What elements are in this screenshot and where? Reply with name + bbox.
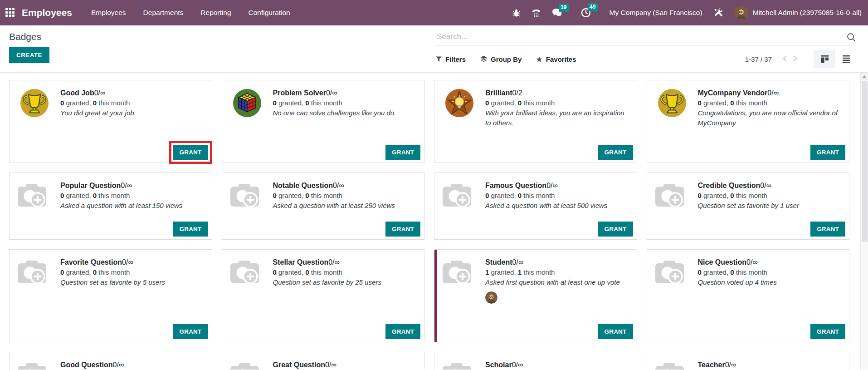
kanban-content: Good Job0/∞ 0 granted, 0 this month You … [0,73,868,370]
badge-granted-stats: 0 granted, 0 this month [698,191,842,201]
badge-limit: 0/∞ [328,258,340,266]
grant-button[interactable]: GRANT [810,222,845,237]
grant-button[interactable]: GRANT [385,222,420,237]
trophy-badge-icon [17,86,52,157]
camera-badge-icon [229,178,265,234]
badge-granted-stats: 0 granted, 0 this month [60,267,205,277]
badge-description: Question voted up 4 times [698,277,842,287]
grant-button[interactable]: GRANT [598,324,633,339]
tools-wrench-icon[interactable] [713,8,723,18]
badge-limit: 0/∞ [760,182,771,189]
search-icon[interactable] [847,33,856,44]
badge-card[interactable]: Scholar0/∞ [434,352,637,370]
grant-button[interactable]: GRANT [173,324,208,339]
badge-title: Famous Question [485,182,546,189]
badge-card[interactable]: Nice Question0/∞ 0 granted, 0 this month… [647,249,850,342]
badge-card[interactable]: Favorite Question0/∞ 0 granted, 0 this m… [9,249,212,342]
badge-card[interactable]: Great Question0/∞ [222,352,425,370]
camera-badge-icon [17,178,52,234]
badge-card[interactable]: Stellar Question0/∞ 0 granted, 0 this mo… [222,249,425,342]
badge-description: Question set as favorite by 1 user [698,201,842,211]
user-avatar[interactable] [734,6,748,20]
cube-badge-icon [229,86,265,157]
badge-description: Asked a question with at least 150 views [60,201,205,211]
badge-card[interactable]: Teacher0/∞ [647,352,850,370]
debug-bug-icon[interactable] [512,9,521,17]
badge-description: You did great at your job. [60,108,205,118]
camera-badge-icon [17,358,52,370]
menu-departments[interactable]: Departments [143,9,184,17]
company-switcher[interactable]: My Company (San Francisco) [610,9,702,17]
badge-granted-stats: 0 granted, 0 this month [60,191,205,201]
badge-title: Notable Question [273,182,333,189]
badge-card[interactable]: Credible Question0/∞ 0 granted, 0 this m… [647,173,850,240]
badge-card[interactable]: Good Job0/∞ 0 granted, 0 this month You … [9,80,212,163]
badge-limit: 0/∞ [767,89,779,97]
camera-badge-icon [442,255,477,336]
grant-button[interactable]: GRANT [173,145,208,160]
scrollbar-thumb[interactable] [862,81,868,242]
systray: 19 49 My Company (San Francisco) Mitchel… [512,6,862,20]
badge-card[interactable]: Brilliant0/2 0 granted, 0 this month Wit… [434,80,637,163]
badge-card[interactable]: Student0/∞ 1 granted, 1 this month Asked… [434,249,637,342]
search-facets: Filters Group By ★ Favorites [436,55,576,63]
badge-description: Asked a question with at least 500 views [485,201,629,211]
badge-description: Asked a question with at least 250 views [273,201,417,211]
badge-card[interactable]: Famous Question0/∞ 0 granted, 0 this mon… [434,173,637,240]
grant-button[interactable]: GRANT [385,145,420,160]
grant-button[interactable]: GRANT [385,324,420,339]
badge-card[interactable]: Notable Question0/∞ 0 granted, 0 this mo… [222,173,425,240]
badge-granted-stats: 0 granted, 0 this month [698,267,842,277]
activities-clock-icon[interactable]: 49 [581,8,591,18]
badge-card[interactable]: Problem Solver0/∞ 0 granted, 0 this mont… [222,80,425,163]
badge-granted-stats: 0 granted, 0 this month [698,98,842,108]
badge-limit: 0/∞ [325,361,336,369]
group-by-button[interactable]: Group By [480,55,522,63]
favorites-button[interactable]: ★ Favorites [536,55,576,63]
granted-user-avatar[interactable] [485,291,497,304]
filters-button[interactable]: Filters [436,55,466,63]
kanban-view-button[interactable] [814,50,835,68]
vertical-scrollbar[interactable] [860,73,868,370]
trophy-badge-icon [654,86,690,157]
grant-button[interactable]: GRANT [810,145,845,160]
grant-button[interactable]: GRANT [598,222,633,237]
grant-button[interactable]: GRANT [173,222,208,237]
badge-description: Congratulations, you are now official ve… [698,108,842,128]
badge-title: Student [485,258,512,266]
pager-next-button[interactable] [790,54,800,64]
badge-granted-stats: 0 granted, 0 this month [485,98,629,108]
app-name[interactable]: Employees [22,7,72,18]
badge-granted-stats: 0 granted, 0 this month [273,98,417,108]
badge-title: Stellar Question [273,258,329,266]
search-input[interactable] [436,30,857,44]
pager-previous-button[interactable] [780,54,790,64]
badge-granted-stats: 0 granted, 0 this month [273,191,417,201]
filter-funnel-icon [436,56,442,62]
list-view-icon [843,55,850,63]
menu-employees[interactable]: Employees [91,9,126,17]
badge-card[interactable]: Popular Question0/∞ 0 granted, 0 this mo… [9,173,212,240]
user-menu[interactable]: Mitchell Admin (23975085-16-0-all) [753,9,862,17]
apps-grid-icon[interactable] [5,8,15,18]
badge-title: Brilliant [485,89,512,97]
camera-badge-icon [442,178,477,234]
badge-card[interactable]: MyCompany Vendor0/∞ 0 granted, 0 this mo… [647,80,850,163]
pager-range: 1-37 / 37 [745,55,772,63]
badge-limit: 0/∞ [725,361,736,369]
badge-granted-stats: 0 granted, 0 this month [60,98,205,108]
badge-card[interactable]: Good Question0/∞ [9,352,212,370]
badge-title: Good Job [60,89,94,97]
create-button[interactable]: CREATE [9,47,49,63]
badge-limit: 0/∞ [94,89,106,97]
grant-button[interactable]: GRANT [598,145,633,160]
menu-configuration[interactable]: Configuration [249,9,290,17]
grant-button[interactable]: GRANT [810,324,845,339]
menu-reporting[interactable]: Reporting [200,9,231,17]
scrollbar-up-arrow[interactable] [861,73,868,80]
messages-icon[interactable]: 19 [552,8,562,18]
voip-phone-icon[interactable] [532,8,541,18]
list-view-button[interactable] [835,50,857,68]
messages-count-badge: 19 [559,4,569,12]
badge-description: With your brilliant ideas, you are an in… [485,108,629,128]
